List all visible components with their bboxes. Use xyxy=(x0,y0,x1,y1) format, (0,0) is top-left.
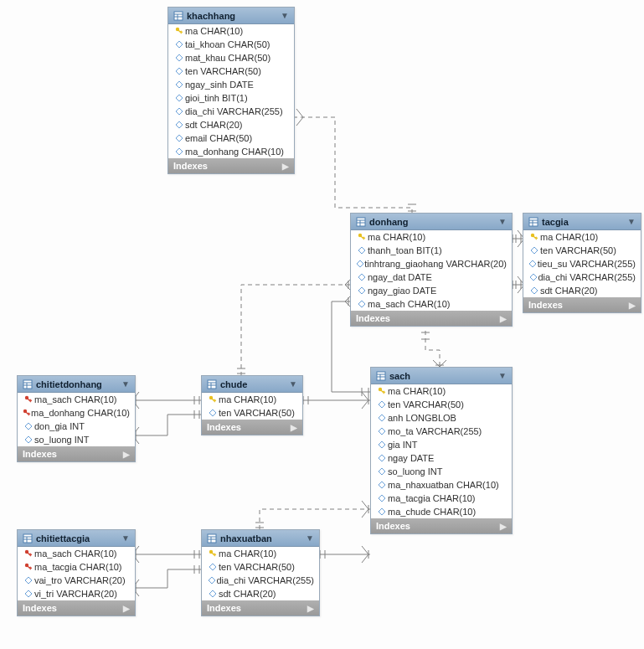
indexes-section[interactable]: Indexes▶ xyxy=(523,297,641,312)
table-icon xyxy=(23,379,33,389)
table-header[interactable]: donhang▼ xyxy=(351,214,512,230)
expand-icon[interactable]: ▶ xyxy=(123,450,130,459)
column-row[interactable]: tieu_su VARCHAR(255) xyxy=(523,257,641,270)
column-row[interactable]: ten VARCHAR(50) xyxy=(523,244,641,257)
column-icon xyxy=(207,563,219,571)
column-row[interactable]: ma CHAR(10) xyxy=(351,230,512,244)
collapse-icon[interactable]: ▼ xyxy=(121,533,130,543)
indexes-section[interactable]: Indexes▶ xyxy=(18,446,135,461)
table-chude[interactable]: chude▼ma CHAR(10)ten VARCHAR(50)Indexes▶ xyxy=(201,375,303,435)
column-icon xyxy=(173,94,185,102)
table-header[interactable]: sach▼ xyxy=(371,368,512,384)
indexes-label: Indexes xyxy=(356,313,390,323)
table-header[interactable]: chude▼ xyxy=(202,376,302,393)
collapse-icon[interactable]: ▼ xyxy=(627,217,636,226)
expand-icon[interactable]: ▶ xyxy=(282,162,289,171)
column-row[interactable]: vi_tri VARCHAR(20) xyxy=(18,587,135,600)
column-row[interactable]: ngay DATE xyxy=(371,451,512,465)
column-row[interactable]: ten VARCHAR(50) xyxy=(202,406,302,420)
column-row[interactable]: ten VARCHAR(50) xyxy=(371,398,512,411)
column-text: mo_ta VARCHAR(255) xyxy=(388,426,482,436)
column-row[interactable]: tai_khoan CHAR(50) xyxy=(168,38,294,51)
indexes-section[interactable]: Indexes▶ xyxy=(202,420,302,435)
column-text: ten VARCHAR(50) xyxy=(388,399,464,409)
expand-icon[interactable]: ▶ xyxy=(307,604,314,613)
column-row[interactable]: ten VARCHAR(50) xyxy=(168,64,294,78)
table-header[interactable]: tacgia▼ xyxy=(523,214,641,230)
table-header[interactable]: khachhang▼ xyxy=(168,8,294,24)
table-chitietdonhang[interactable]: chitietdonhang▼ma_sach CHAR(10)ma_donhan… xyxy=(17,375,136,462)
column-row[interactable]: dia_chi VARCHAR(255) xyxy=(523,270,641,284)
column-text: vi_tri VARCHAR(20) xyxy=(34,589,117,599)
column-row[interactable]: email CHAR(50) xyxy=(168,131,294,145)
column-row[interactable]: ma_sach CHAR(10) xyxy=(351,297,512,311)
table-chitiettacgia[interactable]: chitiettacgia▼ma_sach CHAR(10)ma_tacgia … xyxy=(17,529,136,616)
table-tacgia[interactable]: tacgia▼ma CHAR(10)ten VARCHAR(50)tieu_su… xyxy=(523,213,641,313)
column-row[interactable]: sdt CHAR(20) xyxy=(168,118,294,131)
column-row[interactable]: ma CHAR(10) xyxy=(202,547,319,560)
column-row[interactable]: dia_chi VARCHAR(255) xyxy=(168,105,294,118)
indexes-section[interactable]: Indexes▶ xyxy=(371,518,512,533)
column-row[interactable]: ma_nhaxuatban CHAR(10) xyxy=(371,478,512,492)
indexes-section[interactable]: Indexes▶ xyxy=(168,158,294,173)
column-row[interactable]: anh LONGBLOB xyxy=(371,411,512,425)
column-row[interactable]: dia_chi VARCHAR(255) xyxy=(202,574,319,587)
column-icon xyxy=(173,134,185,142)
column-row[interactable]: don_gia INT xyxy=(18,420,135,433)
table-header[interactable]: chitiettacgia▼ xyxy=(18,530,135,547)
column-row[interactable]: gia INT xyxy=(371,438,512,451)
collapse-icon[interactable]: ▼ xyxy=(498,371,507,380)
table-nhaxuatban[interactable]: nhaxuatban▼ma CHAR(10)ten VARCHAR(50)dia… xyxy=(201,529,320,616)
column-row[interactable]: ma CHAR(10) xyxy=(202,393,302,406)
table-donhang[interactable]: donhang▼ma CHAR(10)thanh_toan BIT(1)tinh… xyxy=(350,213,513,327)
relation-endpoint xyxy=(433,360,446,367)
column-row[interactable]: ma_donhang CHAR(10) xyxy=(168,145,294,158)
column-row[interactable]: ma_chude CHAR(10) xyxy=(371,505,512,518)
expand-icon[interactable]: ▶ xyxy=(500,314,507,323)
column-row[interactable]: ten VARCHAR(50) xyxy=(202,560,319,574)
column-row[interactable]: mat_khau CHAR(50) xyxy=(168,51,294,64)
column-row[interactable]: ma_sach CHAR(10) xyxy=(18,393,135,406)
indexes-label: Indexes xyxy=(207,603,241,613)
expand-icon[interactable]: ▶ xyxy=(500,522,507,531)
table-header[interactable]: nhaxuatban▼ xyxy=(202,530,319,547)
column-row[interactable]: ma_donhang CHAR(10) xyxy=(18,406,135,420)
indexes-section[interactable]: Indexes▶ xyxy=(351,311,512,326)
column-text: gioi_tinh BIT(1) xyxy=(185,93,248,103)
column-row[interactable]: so_luong INT xyxy=(371,465,512,478)
column-row[interactable]: tinhtrang_giaohang VARCHAR(20) xyxy=(351,257,512,270)
column-row[interactable]: ma CHAR(10) xyxy=(168,24,294,38)
indexes-section[interactable]: Indexes▶ xyxy=(18,600,135,616)
column-row[interactable]: sdt CHAR(20) xyxy=(523,284,641,297)
column-row[interactable]: so_luong INT xyxy=(18,433,135,446)
column-row[interactable]: mo_ta VARCHAR(255) xyxy=(371,425,512,438)
table-khachhang[interactable]: khachhang▼ma CHAR(10)tai_khoan CHAR(50)m… xyxy=(167,7,295,174)
expand-icon[interactable]: ▶ xyxy=(123,604,130,613)
table-sach[interactable]: sach▼ma CHAR(10)ten VARCHAR(50)anh LONGB… xyxy=(370,367,513,534)
column-row[interactable]: gioi_tinh BIT(1) xyxy=(168,91,294,105)
column-row[interactable]: ma_sach CHAR(10) xyxy=(18,547,135,560)
column-row[interactable]: ngay_dat DATE xyxy=(351,270,512,284)
column-row[interactable]: vai_tro VARCHAR(20) xyxy=(18,574,135,587)
column-row[interactable]: sdt CHAR(20) xyxy=(202,587,319,600)
column-row[interactable]: ma CHAR(10) xyxy=(371,384,512,398)
collapse-icon[interactable]: ▼ xyxy=(306,533,314,543)
table-icon xyxy=(528,216,538,227)
column-text: ma CHAR(10) xyxy=(540,232,598,242)
column-row[interactable]: thanh_toan BIT(1) xyxy=(351,244,512,257)
relation-endpoint xyxy=(194,396,199,404)
column-row[interactable]: ma CHAR(10) xyxy=(523,230,641,244)
expand-icon[interactable]: ▶ xyxy=(629,301,636,310)
column-row[interactable]: ngay_sinh DATE xyxy=(168,78,294,91)
table-header[interactable]: chitietdonhang▼ xyxy=(18,376,135,393)
table-title: khachhang xyxy=(183,11,281,21)
collapse-icon[interactable]: ▼ xyxy=(281,11,289,20)
collapse-icon[interactable]: ▼ xyxy=(121,379,130,389)
column-row[interactable]: ngay_giao DATE xyxy=(351,284,512,297)
indexes-section[interactable]: Indexes▶ xyxy=(202,600,319,616)
collapse-icon[interactable]: ▼ xyxy=(289,379,297,389)
column-row[interactable]: ma_tacgia CHAR(10) xyxy=(371,492,512,505)
expand-icon[interactable]: ▶ xyxy=(291,423,297,432)
collapse-icon[interactable]: ▼ xyxy=(498,217,507,226)
column-row[interactable]: ma_tacgia CHAR(10) xyxy=(18,560,135,574)
